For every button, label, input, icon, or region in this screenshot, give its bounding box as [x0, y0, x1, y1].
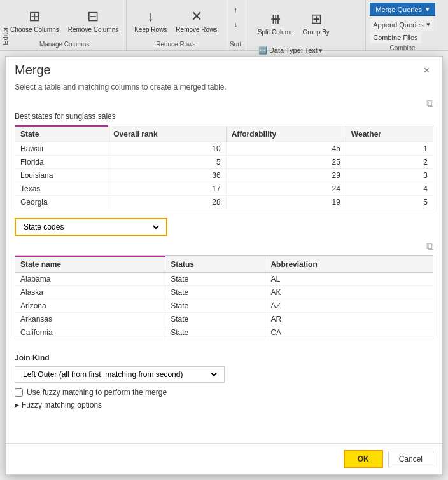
group-by-button[interactable]: ⊞ Group By [299, 5, 333, 42]
cancel-button[interactable]: Cancel [388, 451, 433, 467]
table-row: Texas17244 [15, 182, 433, 196]
sort-section: ↑ ↓ Sort [225, 0, 246, 50]
table1-icon-button[interactable]: ⧉ [426, 98, 433, 109]
table1-cell: 24 [226, 182, 346, 196]
join-kind-dropdown[interactable]: Left Outer (all from first, matching fro… [15, 366, 225, 383]
table2-cell: Alabama [15, 273, 165, 286]
table1-col-header-1[interactable]: Overall rank [108, 126, 226, 142]
transform-section: ⧻ Split Column ⊞ Group By 🔤 Data Type: T… [246, 0, 366, 50]
fuzzy-options-triangle-icon: ▶ [15, 402, 19, 408]
table2-cell: State [165, 313, 265, 326]
table2-cell: California [15, 326, 165, 339]
merge-queries-chevron-icon: ▾ [426, 5, 430, 13]
split-column-button[interactable]: ⧻ Split Column [254, 5, 298, 42]
keep-rows-icon: ↓ [147, 8, 154, 25]
remove-rows-icon: ✕ [191, 8, 202, 25]
editor-label: Editor [0, 25, 10, 46]
table2-cell: AR [265, 313, 433, 326]
table1-cell: 28 [108, 196, 226, 209]
data-type-button[interactable]: 🔤 Data Type: Text ▾ [254, 43, 358, 57]
modal-subtitle: Select a table and matching columns to c… [6, 80, 442, 98]
remove-columns-button[interactable]: ⊟ Remove Columns [64, 3, 122, 39]
combine-files-label: Combine Files [373, 34, 417, 41]
sort-desc-icon: ↓ [234, 20, 237, 28]
table2-wrapper: State name Status Abbreviation AlabamaSt… [15, 255, 433, 339]
fuzzy-options-link[interactable]: ▶ Fuzzy matching options [15, 401, 433, 409]
table-row: AlaskaStateAK [15, 286, 433, 299]
table2-dropdown-wrapper: State codes [15, 218, 433, 236]
modal-body: ⧉ Best states for sunglass sales State O… [6, 98, 442, 443]
fuzzy-options-label: Fuzzy matching options [22, 401, 102, 409]
sort-label: Sort [230, 41, 241, 48]
table2-cell: State [165, 273, 265, 286]
table2-col-header-1[interactable]: Status [165, 256, 265, 273]
merge-queries-button[interactable]: Merge Queries ▾ [370, 3, 435, 16]
combine-files-button[interactable]: Combine Files [370, 32, 421, 43]
sort-asc-button[interactable]: ↑ [229, 3, 242, 17]
join-kind-section: Join Kind Left Outer (all from first, ma… [15, 348, 433, 417]
table2-dropdown[interactable]: State codes [15, 218, 167, 236]
table2-dropdown-select[interactable]: State codes [21, 222, 161, 232]
table1-cell: Texas [15, 182, 108, 196]
group-by-icon: ⊞ [311, 11, 322, 27]
combine-section: Merge Queries ▾ Append Queries ▾ Combine… [366, 0, 439, 50]
modal-title: Merge [15, 63, 51, 78]
table-row: Hawaii10451 [15, 142, 433, 156]
table2-cell: State [165, 286, 265, 299]
fuzzy-checkbox-row: Use fuzzy matching to perform the merge [15, 388, 433, 397]
sort-desc-button[interactable]: ↓ [229, 17, 242, 31]
table1-col-header-2[interactable]: Affordability [226, 126, 346, 142]
table-row: Louisiana36293 [15, 169, 433, 182]
fuzzy-checkbox[interactable] [15, 388, 23, 397]
table1: State Overall rank Affordability Weather… [15, 125, 433, 209]
combine-label: Combine [390, 45, 416, 51]
table-row: CaliforniaStateCA [15, 326, 433, 339]
remove-columns-icon: ⊟ [87, 8, 99, 25]
join-kind-label: Join Kind [15, 353, 433, 362]
table1-col-header-3[interactable]: Weather [346, 126, 433, 142]
table2: State name Status Abbreviation AlabamaSt… [15, 256, 433, 339]
table2-cell: AK [265, 286, 433, 299]
merge-queries-label: Merge Queries [375, 6, 422, 13]
table1-cell: 36 [108, 169, 226, 182]
join-kind-select[interactable]: Left Outer (all from first, matching fro… [20, 369, 219, 380]
table-row: Florida5252 [15, 156, 433, 169]
append-queries-button[interactable]: Append Queries ▾ [370, 18, 433, 31]
table2-icon-button[interactable]: ⧉ [426, 241, 433, 252]
table-row: ArizonaStateAZ [15, 299, 433, 313]
append-queries-chevron-icon: ▾ [426, 20, 430, 29]
sort-asc-icon: ↑ [234, 6, 237, 13]
table1-cell: 19 [226, 196, 346, 209]
choose-columns-icon: ⊞ [29, 8, 40, 25]
table1-cell: 10 [108, 142, 226, 156]
toolbar: Editor ⊞ Choose Columns ⊟ Remove Columns… [0, 0, 448, 51]
remove-rows-button[interactable]: ✕ Remove Rows [172, 3, 221, 39]
table2-cell: State [165, 299, 265, 313]
modal-header: Merge × [6, 57, 442, 80]
table1-cell: Hawaii [15, 142, 108, 156]
table1-col-header-0[interactable]: State [15, 126, 108, 142]
modal-close-button[interactable]: × [420, 64, 433, 78]
table2-cell: Arkansas [15, 313, 165, 326]
table1-cell: 17 [108, 182, 226, 196]
manage-columns-label: Manage Columns [39, 41, 89, 48]
table1-cell: Florida [15, 156, 108, 169]
table2-col-header-0[interactable]: State name [15, 256, 165, 273]
table1-cell: 3 [346, 169, 433, 182]
table2-cell: CA [265, 326, 433, 339]
table2-cell: AZ [265, 299, 433, 313]
choose-columns-button[interactable]: ⊞ Choose Columns [6, 3, 63, 39]
keep-rows-button[interactable]: ↓ Keep Rows [130, 3, 171, 39]
append-queries-label: Append Queries [373, 21, 424, 29]
ok-button[interactable]: OK [344, 450, 383, 468]
table2-col-header-2[interactable]: Abbreviation [265, 256, 433, 273]
table1-label: Best states for sunglass sales [15, 112, 433, 121]
table1-cell: 1 [346, 142, 433, 156]
fuzzy-checkbox-label: Use fuzzy matching to perform the merge [27, 388, 167, 397]
table2-cell: Alaska [15, 286, 165, 299]
table1-cell: 5 [346, 196, 433, 209]
reduce-rows-section: ↓ Keep Rows ✕ Remove Rows Reduce Rows [127, 0, 225, 50]
table1-cell: Georgia [15, 196, 108, 209]
table-row: Georgia28195 [15, 196, 433, 209]
table1-wrapper: State Overall rank Affordability Weather… [15, 125, 433, 209]
